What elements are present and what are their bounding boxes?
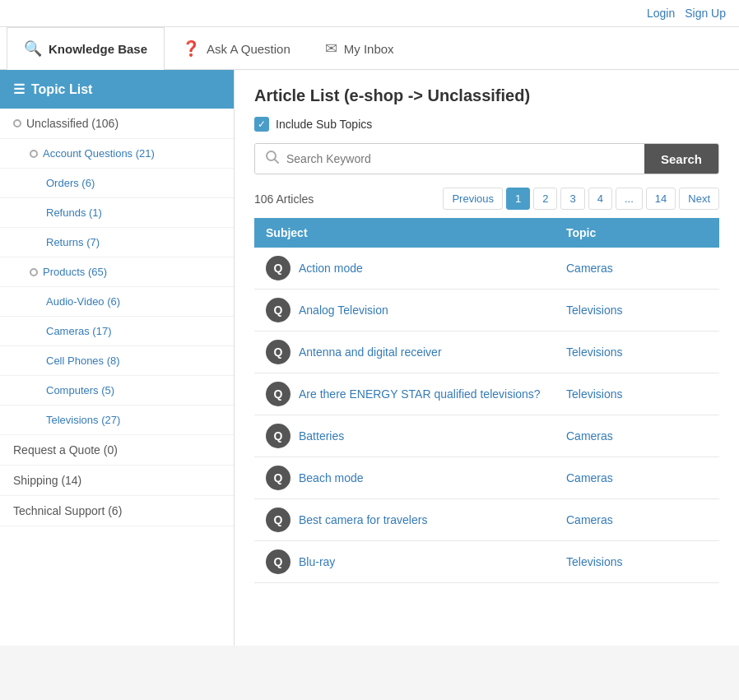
sidebar-item-orders[interactable]: Orders (6) xyxy=(0,169,234,198)
article-count: 106 Articles xyxy=(254,192,314,206)
tab-ask-question-label: Ask A Question xyxy=(207,42,290,56)
sidebar-item-label: Returns (7) xyxy=(46,236,100,248)
article-link[interactable]: Antenna and digital receiver xyxy=(299,345,442,359)
sidebar-item-label: Request a Quote (0) xyxy=(13,443,118,457)
login-link[interactable]: Login xyxy=(647,7,675,20)
sidebar-item-refunds[interactable]: Refunds (1) xyxy=(0,198,234,228)
sidebar-item-label: Cell Phones (8) xyxy=(46,355,120,367)
article-subject-cell: Q Beach mode xyxy=(254,457,555,499)
sidebar-item-label: Unclassified (106) xyxy=(26,117,119,130)
article-subject-cell: Q Blu-ray xyxy=(254,541,555,583)
article-subject-cell: Q Are there ENERGY STAR qualified televi… xyxy=(254,373,555,415)
q-badge: Q xyxy=(266,340,290,364)
search-icon: 🔍 xyxy=(24,39,42,58)
article-topic-cell: Televisions xyxy=(555,290,719,331)
page-3-button[interactable]: 3 xyxy=(560,188,584,210)
page-ellipsis: ... xyxy=(616,188,643,210)
article-link[interactable]: Best camera for travelers xyxy=(299,513,427,526)
include-subtopics-checkbox[interactable]: ✓ xyxy=(254,117,269,132)
circle-icon xyxy=(30,268,38,276)
article-topic-cell: Televisions xyxy=(555,373,719,415)
article-link[interactable]: Analog Television xyxy=(299,304,388,317)
article-topic-cell: Cameras xyxy=(555,415,719,457)
article-subject-cell: Q Analog Television xyxy=(254,290,555,331)
tab-my-inbox[interactable]: ✉ My Inbox xyxy=(308,27,411,70)
next-page-button[interactable]: Next xyxy=(679,188,719,210)
prev-page-button[interactable]: Previous xyxy=(443,188,503,210)
top-bar: Login Sign Up xyxy=(0,0,739,27)
article-subject-cell: Q Batteries xyxy=(254,415,555,457)
sidebar-item-unclassified[interactable]: Unclassified (106) xyxy=(0,109,234,139)
signup-link[interactable]: Sign Up xyxy=(685,7,726,20)
nav-tabs: 🔍 Knowledge Base ❓ Ask A Question ✉ My I… xyxy=(0,27,739,70)
article-link[interactable]: Batteries xyxy=(299,429,344,443)
article-topic-cell: Televisions xyxy=(555,331,719,373)
sidebar: ☰ Topic List Unclassified (106) Account … xyxy=(0,70,235,646)
article-subject-cell: Q Antenna and digital receiver xyxy=(254,331,555,373)
tab-ask-question[interactable]: ❓ Ask A Question xyxy=(165,27,308,70)
table-row: Q Beach mode Cameras xyxy=(254,457,719,499)
tab-knowledge-base[interactable]: 🔍 Knowledge Base xyxy=(7,27,165,70)
article-link[interactable]: Blu-ray xyxy=(299,555,335,568)
sidebar-item-shipping[interactable]: Shipping (14) xyxy=(0,466,234,496)
search-bar: Search xyxy=(254,143,719,174)
sidebar-item-label: Cameras (17) xyxy=(46,325,111,337)
col-header-topic: Topic xyxy=(555,218,719,248)
article-table: Subject Topic Q Action mode Cameras Q An… xyxy=(254,218,719,583)
q-badge: Q xyxy=(266,424,290,448)
search-input-wrapper xyxy=(255,144,644,174)
table-row: Q Action mode Cameras xyxy=(254,248,719,290)
table-row: Q Analog Television Televisions xyxy=(254,290,719,331)
sidebar-item-label: Account Questions (21) xyxy=(43,147,155,160)
layout: ☰ Topic List Unclassified (106) Account … xyxy=(0,70,739,646)
sidebar-item-account-questions[interactable]: Account Questions (21) xyxy=(0,139,234,169)
sidebar-item-label: Televisions (27) xyxy=(46,414,120,426)
table-row: Q Blu-ray Televisions xyxy=(254,541,719,583)
search-input[interactable] xyxy=(286,144,634,174)
q-badge: Q xyxy=(266,298,290,322)
article-topic-cell: Cameras xyxy=(555,457,719,499)
pagination: Previous 1 2 3 4 ... 14 Next xyxy=(443,188,719,210)
tab-knowledge-base-label: Knowledge Base xyxy=(49,42,147,56)
q-badge: Q xyxy=(266,466,290,490)
sidebar-item-label: Audio-Video (6) xyxy=(46,295,120,308)
sidebar-item-cameras[interactable]: Cameras (17) xyxy=(0,317,234,346)
sidebar-item-label: Shipping (14) xyxy=(13,474,81,487)
search-icon xyxy=(265,150,280,169)
article-subject-cell: Q Action mode xyxy=(254,248,555,290)
page-1-button[interactable]: 1 xyxy=(506,188,530,210)
sidebar-item-technical-support[interactable]: Technical Support (6) xyxy=(0,496,234,526)
sidebar-item-products[interactable]: Products (65) xyxy=(0,257,234,287)
inbox-icon: ✉ xyxy=(325,39,337,58)
tab-my-inbox-label: My Inbox xyxy=(344,42,394,56)
circle-icon xyxy=(13,119,21,127)
page-2-button[interactable]: 2 xyxy=(533,188,557,210)
article-link[interactable]: Are there ENERGY STAR qualified televisi… xyxy=(299,387,541,401)
sidebar-item-label: Technical Support (6) xyxy=(13,504,122,517)
article-topic-cell: Cameras xyxy=(555,248,719,290)
svg-line-1 xyxy=(275,159,279,163)
sidebar-item-label: Refunds (1) xyxy=(46,206,102,219)
include-subtopics-row: ✓ Include Sub Topics xyxy=(254,117,719,132)
sidebar-item-request-quote[interactable]: Request a Quote (0) xyxy=(0,435,234,466)
sidebar-item-returns[interactable]: Returns (7) xyxy=(0,228,234,257)
sidebar-item-label: Products (65) xyxy=(43,266,107,278)
sidebar-item-cell-phones[interactable]: Cell Phones (8) xyxy=(0,346,234,376)
sidebar-item-label: Computers (5) xyxy=(46,384,114,396)
sidebar-title: Topic List xyxy=(31,82,92,97)
article-link[interactable]: Beach mode xyxy=(299,471,364,484)
sidebar-item-computers[interactable]: Computers (5) xyxy=(0,376,234,406)
main-content: Article List (e-shop -> Unclassified) ✓ … xyxy=(235,70,739,646)
page-14-button[interactable]: 14 xyxy=(646,188,676,210)
page-4-button[interactable]: 4 xyxy=(588,188,612,210)
pagination-row: 106 Articles Previous 1 2 3 4 ... 14 Nex… xyxy=(254,188,719,210)
search-button[interactable]: Search xyxy=(644,144,718,174)
table-row: Q Best camera for travelers Cameras xyxy=(254,499,719,541)
q-badge: Q xyxy=(266,382,290,406)
article-subject-cell: Q Best camera for travelers xyxy=(254,499,555,541)
article-link[interactable]: Action mode xyxy=(299,262,363,275)
page-title: Article List (e-shop -> Unclassified) xyxy=(254,86,719,105)
include-subtopics-label: Include Sub Topics xyxy=(276,118,372,131)
sidebar-item-audio-video[interactable]: Audio-Video (6) xyxy=(0,287,234,317)
sidebar-item-televisions[interactable]: Televisions (27) xyxy=(0,406,234,435)
